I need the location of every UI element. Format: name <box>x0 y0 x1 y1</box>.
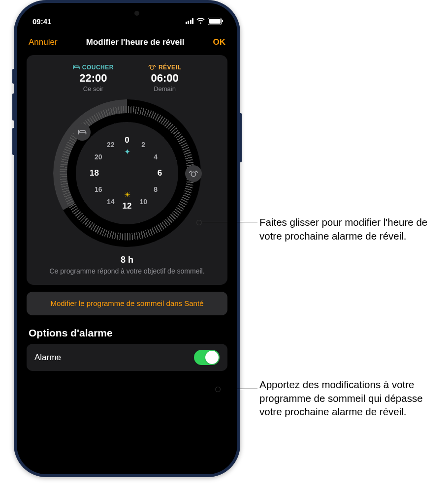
edit-schedule-in-health-button[interactable]: Modifier le programme de sommeil dans Sa… <box>27 292 227 315</box>
duration-note: Ce programme répond à votre objectif de … <box>42 267 212 276</box>
bedtime-block: COUCHER 22:00 Ce soir <box>73 64 114 92</box>
ok-button[interactable]: OK <box>213 37 226 47</box>
bedtime-value: 22:00 <box>73 72 114 85</box>
hour-marker: 18 <box>88 168 100 178</box>
alarm-icon <box>189 170 198 178</box>
alarm-toggle[interactable] <box>194 350 220 365</box>
hour-marker: 20 <box>93 153 104 161</box>
bedtime-handle[interactable] <box>74 124 91 141</box>
mute-switch <box>12 69 15 84</box>
duration-block: 8 h Ce programme répond à votre objectif… <box>33 255 221 285</box>
sleep-dial[interactable]: ✦ ☀ 0 2 4 6 8 10 12 14 <box>53 99 201 247</box>
volume-down-button <box>12 128 15 155</box>
stars-icon: ✦ <box>124 147 130 156</box>
alarm-label: Alarme <box>34 353 61 363</box>
hour-marker: 0 <box>121 135 133 145</box>
wake-sub: Demain <box>148 85 181 92</box>
callout-leader-line <box>218 389 257 389</box>
cancel-button[interactable]: Annuler <box>29 37 58 47</box>
callout-wake-handle: Faites glisser pour modifier l'heure de … <box>259 215 437 243</box>
hour-marker: 6 <box>154 168 166 178</box>
wake-handle[interactable] <box>185 165 202 182</box>
volume-up-button <box>12 93 15 121</box>
hour-marker: 16 <box>93 185 104 193</box>
bed-icon <box>73 65 80 70</box>
battery-icon <box>208 18 222 25</box>
svg-point-0 <box>150 66 154 69</box>
alarm-toggle-row[interactable]: Alarme <box>27 344 227 371</box>
sun-icon: ☀ <box>124 190 130 199</box>
page-title: Modifier l'heure de réveil <box>86 37 185 47</box>
duration-hours: 8 h <box>42 255 212 265</box>
bedtime-label: COUCHER <box>82 64 114 71</box>
iphone-frame: 09:41 Annuler Modifier l'heure de réveil… <box>14 0 240 477</box>
callout-leader-line <box>199 222 257 222</box>
hour-marker: 8 <box>150 185 161 193</box>
sleep-schedule-card: COUCHER 22:00 Ce soir RÉVEIL 06:00 <box>27 55 227 285</box>
wake-value: 06:00 <box>148 72 181 85</box>
nav-bar: Annuler Modifier l'heure de réveil OK <box>20 30 234 52</box>
callout-edit-schedule: Apportez des modifications à votre progr… <box>259 378 437 419</box>
hour-marker: 12 <box>121 201 133 211</box>
clock-face: ✦ ☀ 0 2 4 6 8 10 12 14 <box>76 122 178 224</box>
bedtime-sub: Ce soir <box>73 85 114 92</box>
front-camera-icon <box>134 11 139 16</box>
wifi-icon <box>196 18 205 24</box>
hour-marker: 10 <box>137 198 149 206</box>
hour-marker: 4 <box>150 153 161 161</box>
power-button <box>239 113 242 162</box>
alarm-ring-icon <box>148 64 156 70</box>
hour-marker: 2 <box>137 141 149 149</box>
wake-label: RÉVEIL <box>159 64 181 71</box>
notch <box>85 6 169 21</box>
cellular-signal-icon <box>186 18 194 24</box>
hour-marker: 14 <box>105 198 117 206</box>
svg-point-1 <box>191 172 195 176</box>
wake-block: RÉVEIL 06:00 Demain <box>148 64 181 92</box>
status-time: 09:41 <box>32 17 51 26</box>
hour-marker: 22 <box>105 141 117 149</box>
bed-icon <box>78 129 87 135</box>
alarm-options-heading: Options d'alarme <box>29 327 225 339</box>
